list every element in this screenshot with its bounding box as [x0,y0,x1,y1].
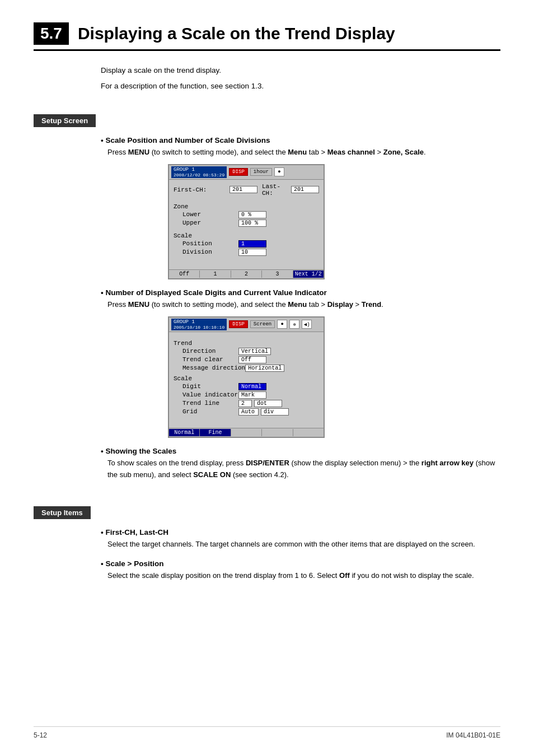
screen2-msgdir-value: Horizontal [245,365,284,372]
item1-title: First-CH, Last-CH [101,528,500,536]
screen1-lower-label: Lower [182,211,238,218]
screen2-footer-empty1 [231,429,262,436]
screen2-scale-header: Scale [174,375,319,382]
doc-id: IM 04L41B01-01E [446,731,500,739]
screen2-digit-label: Digit [182,383,238,390]
screen2-footer: Normal Fine [169,428,324,437]
screen2-icon-cross: ⊕ [289,320,299,329]
setup-item-scale-position: Scale > Position Select the scale displa… [101,559,500,582]
bullet-scale-digits: Number of Displayed Scale Digits and Cur… [101,288,500,438]
screen1-toolbar: GROUP 1 2008/12/02 08:53:29 DISP 1hour ● [169,165,324,180]
item1-body: Select the target channels. The target c… [107,539,500,550]
screen2-row-trendclear: Trend clear Off [182,356,319,363]
screen2-group-name: GROUP 1 [174,319,224,325]
screen2-footer-empty2 [262,429,293,436]
screen1-firstch-label: First-CH: [174,186,229,193]
chapter-header: 5.7 Displaying a Scale on the Trend Disp… [34,22,500,51]
screen1-time-btn[interactable]: 1hour [250,168,272,176]
screen1-disp-btn[interactable]: DISP [229,168,248,176]
screen1-footer-1[interactable]: 1 [200,270,231,278]
screen2-row-trendline: Trend line 2 dot [182,400,319,407]
bullet-showing-scales: Showing the Scales To show scales on the… [101,447,500,481]
bullet3-body: To show scales on the trend display, pre… [107,458,500,481]
screen2-footer-normal[interactable]: Normal [169,429,200,436]
screen1-position-label: Position [182,240,238,247]
screen-mockup-2: GROUP 1 2005/10/10 10:10:10 DISP Screen … [168,316,325,438]
screen2-row-msgdir: Message direction Horizontal [182,365,319,372]
screen1-icon-circle: ● [274,167,284,176]
screen2-trendclear-label: Trend clear [182,356,238,363]
screen1-row-lower: Lower 0 % [182,211,319,218]
bullet-scale-position: Scale Position and Number of Scale Divis… [101,136,500,279]
screen2-datetime: 2005/10/10 10:10:10 [174,325,224,330]
screen2-icon-circle: ● [277,320,287,329]
bullet2-title: Number of Displayed Scale Digits and Cur… [101,288,500,297]
screen1-lastch-value: 201 [291,186,319,193]
setup-item-firstch-lastch: First-CH, Last-CH Select the target chan… [101,528,500,550]
bullet1-title: Scale Position and Number of Scale Divis… [101,136,500,144]
setup-screen-label: Setup Screen [34,114,96,127]
screen1-row-division: Division 10 [182,249,319,256]
screen2-direction-value: Vertical [238,348,271,355]
screen2-icon-sound: ◀) [302,320,312,329]
screen1-lastch-label: Last-CH: [262,183,291,197]
screen1-division-label: Division [182,249,238,255]
screen2-screen-btn[interactable]: Screen [250,320,275,328]
screen2-trendline-v2: dot [254,400,282,407]
chapter-title: Displaying a Scale on the Trend Display [78,24,395,43]
screen1-footer: Off 1 2 3 Next 1/2 [169,269,324,278]
screen1-row-firstch: First-CH: 201 Last-CH: 201 [174,183,319,197]
intro-line1: Display a scale on the trend display. [101,64,500,77]
screen2-group: GROUP 1 2005/10/10 10:10:10 [171,319,227,330]
screen2-toolbar: GROUP 1 2005/10/10 10:10:10 DISP Screen … [169,318,324,332]
screen1-footer-next[interactable]: Next 1/2 [293,270,324,278]
item2-title: Scale > Position [101,559,500,568]
screen2-row-grid: Grid Auto div [182,408,319,416]
bullet2-body: Press MENU (to switch to setting mode), … [107,299,500,311]
page-number: 5-12 [34,731,47,739]
screen2-trend-header: Trend [174,340,319,347]
screen2-row-valueindicator: Value indicator Mark [182,391,319,399]
screen1-lower-value: 0 % [238,211,266,218]
screen1-group: GROUP 1 2008/12/02 08:53:29 [171,166,227,178]
screen2-direction-label: Direction [182,348,238,354]
bullet3-title: Showing the Scales [101,447,500,455]
screen2-trendline-v1: 2 [238,400,252,407]
screen2-grid-v1: Auto [238,408,259,416]
screen2-body: Trend Direction Vertical Trend clear Off… [169,332,324,428]
screen1-footer-3[interactable]: 3 [262,270,293,278]
screen2-grid-v2: div [261,408,289,416]
screen2-disp-btn[interactable]: DISP [229,320,248,328]
screen1-upper-value: 100 % [238,220,266,227]
screen1-upper-label: Upper [182,220,238,226]
screen2-msgdir-label: Message direction [182,365,245,371]
screen1-body: First-CH: 201 Last-CH: 201 Zone Lower 0 … [169,180,324,269]
screen1-position-value: 1 [238,240,266,248]
screen2-row-digit: Digit Normal [182,383,319,390]
screen1-datetime: 2008/12/02 08:53:29 [174,172,224,178]
setup-items-label: Setup Items [34,506,91,519]
page-footer: 5-12 IM 04L41B01-01E [34,726,500,739]
item2-body: Select the scale display position on the… [107,570,500,582]
screen2-grid-label: Grid [182,408,238,415]
screen2-trendline-label: Trend line [182,400,238,407]
screen1-row-position: Position 1 [182,240,319,248]
screen1-division-value: 10 [238,249,266,256]
screen2-digit-value: Normal [238,383,266,390]
screen2-trendclear-value: Off [238,356,266,363]
chapter-number: 5.7 [34,22,69,45]
screen1-footer-2[interactable]: 2 [231,270,262,278]
screen2-footer-fine[interactable]: Fine [200,429,231,436]
screen1-zone-header: Zone [174,203,319,210]
screen1-group-name: GROUP 1 [174,167,224,172]
screen1-scale-header: Scale [174,232,319,239]
screen2-valueindicator-label: Value indicator [182,391,238,398]
screen2-footer-empty3 [293,429,324,436]
screen1-footer-off[interactable]: Off [169,270,200,278]
screen-mockup-1: GROUP 1 2008/12/02 08:53:29 DISP 1hour ●… [168,164,325,279]
screen1-row-upper: Upper 100 % [182,220,319,227]
screen2-valueindicator-value: Mark [238,391,266,399]
screen2-row-direction: Direction Vertical [182,348,319,355]
screen1-firstch-value: 201 [229,186,257,193]
bullet1-body: Press MENU (to switch to setting mode), … [107,147,500,158]
